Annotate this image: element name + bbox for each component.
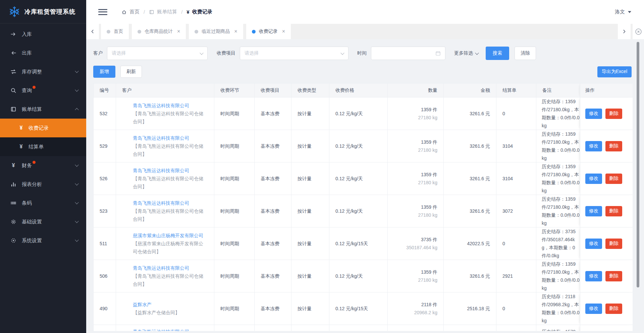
cell-charge-type: 按计量 [291, 130, 329, 162]
customer-link[interactable]: 慈溪市紫来山庄杨梅开发有限公司 [133, 231, 205, 240]
export-excel-button[interactable]: 导出为Excel [597, 66, 632, 77]
tabs-scroll-left-button[interactable] [86, 24, 99, 39]
tab-收费记录[interactable]: 收费记录× [246, 24, 291, 39]
column-header-收费环节: 收费环节 [214, 83, 255, 97]
cell-charge-item: 基本冻费 [255, 227, 291, 260]
cell-charge-type: 按计量 [291, 162, 329, 195]
sidebar-item-库存调整[interactable]: 库存调整 [0, 62, 86, 81]
sidebar-subitem-label: 收费记录 [29, 125, 86, 131]
breadcrumb-separator: / [144, 9, 145, 15]
sidebar-item-财务[interactable]: ¥财务 [0, 156, 86, 175]
hamburger-menu-icon[interactable] [98, 7, 107, 16]
edit-button[interactable]: 修改 [585, 109, 602, 119]
quantity-pieces: 3735 件 [394, 236, 437, 244]
edit-button[interactable]: 修改 [585, 141, 602, 151]
sidebar-item-条码[interactable]: 条码 [0, 194, 86, 212]
sidebar-item-系统设置[interactable]: 系统设置 [0, 231, 86, 250]
customer-box: 青岛飞熊运达科技有限公司【青岛飞熊运达科技有限公司仓储合同】 [133, 166, 205, 191]
customer-link[interactable]: 青岛飞熊运达科技有限公司 [133, 166, 205, 175]
cell-stage [214, 325, 255, 331]
column-header-结算单: 结算单 [496, 83, 536, 97]
more-filters-button[interactable]: 更多筛选 [454, 50, 478, 56]
cell-id: 523 [94, 195, 116, 227]
sidebar-item-label: 财务 [22, 162, 75, 169]
quantity-pieces: 1359 件 [394, 171, 437, 179]
edit-button[interactable]: 修改 [585, 206, 602, 216]
sidebar-item-查询[interactable]: 查询 [0, 81, 86, 100]
quantity-pieces: 1359 件 [394, 138, 437, 146]
delete-button[interactable]: 删除 [605, 304, 622, 314]
content: 客户 请选择 收费项目 请选择 时间 更多筛选 [86, 39, 644, 333]
customer-link[interactable]: 青岛飞熊运达科技有限公司 [133, 328, 205, 331]
customer-link[interactable]: 青岛飞熊运达科技有限公司 [133, 264, 205, 272]
customer-link[interactable]: 青岛飞熊运达科技有限公司 [133, 102, 205, 110]
contract-label: 【青岛飞熊运达科技有限公司仓储合同】 [133, 175, 205, 191]
breadcrumb-billing[interactable]: 账单结算 [149, 9, 177, 15]
charge-records-table-card: 编号客户收费环节收费项目收费类型收费价格数量金额结算单备注操作 532青岛飞熊运… [93, 83, 633, 331]
cell-id: 490 [94, 292, 116, 325]
quantity-pieces: 1359 件 [394, 203, 437, 211]
add-button[interactable]: 新增 [93, 66, 115, 78]
tab-仓库商品统计[interactable]: 仓库商品统计× [132, 24, 186, 39]
customer-box: 青岛飞熊运达科技有限公司【青岛飞熊运达科技有限公司仓储合同】 [133, 199, 205, 223]
cell-charge-item: 基本冻费 [255, 260, 291, 292]
tab-临近过期商品[interactable]: 临近过期商品× [189, 24, 243, 39]
charge-item-select[interactable]: 请选择 [240, 47, 348, 60]
customer-link[interactable]: 青岛飞熊运达科技有限公司 [133, 199, 205, 207]
delete-button[interactable]: 删除 [605, 109, 622, 119]
cell-amount: 3261.6 元 [444, 130, 496, 162]
home-icon [121, 9, 127, 15]
cell-quantity: 1359 件27180 kg [388, 97, 444, 130]
tabs-scroll-right-button[interactable] [618, 24, 631, 39]
sidebar-item-出库[interactable]: 出库 [0, 44, 86, 62]
cell-id: 532 [94, 97, 116, 130]
sidebar-item-入库[interactable]: 入库 [0, 25, 86, 44]
delete-button[interactable]: 删除 [605, 206, 622, 216]
delete-button[interactable]: 删除 [605, 271, 622, 281]
cell-amount: 3261.6 元 [444, 195, 496, 227]
sidebar-item-label: 基础设置 [22, 219, 75, 225]
sidebar-item-报表分析[interactable]: 报表分析 [0, 175, 86, 194]
cell-charge-item: 基本冻费 [255, 292, 291, 325]
breadcrumb-label: 首页 [129, 9, 140, 15]
tab-close-icon[interactable]: × [177, 29, 180, 34]
time-date-input[interactable] [371, 47, 445, 60]
customer-select[interactable]: 请选择 [107, 47, 208, 60]
customer-box: 青岛飞熊运达科技有限公司【青岛飞熊运达科技有限公司仓储合同】 [133, 264, 205, 288]
delete-button[interactable]: 删除 [605, 174, 622, 184]
search-button[interactable]: 搜索 [486, 47, 509, 60]
edit-button[interactable]: 修改 [585, 304, 602, 314]
edit-button[interactable]: 修改 [585, 174, 602, 184]
cell-settlement: 0 [496, 227, 536, 260]
chevron-down-icon [75, 69, 78, 73]
search-icon [10, 87, 17, 93]
customer-link[interactable]: 青岛飞熊运达科技有限公司 [133, 134, 205, 142]
delete-button[interactable]: 删除 [605, 239, 622, 249]
sidebar-subitem-收费记录[interactable]: ¥收费记录 [0, 119, 86, 137]
tab-首页[interactable]: 首页 [101, 24, 129, 39]
charge-item-select-placeholder: 请选择 [245, 50, 259, 56]
customer-link[interactable]: 益辉水产 [133, 301, 205, 309]
close-all-tabs-icon[interactable] [633, 24, 644, 39]
topbar: 首页 / 账单结算 / ¥ 收费记录 洛文 [86, 0, 644, 24]
tab-status-dot [195, 30, 198, 34]
tab-close-icon[interactable]: × [282, 29, 285, 34]
delete-button[interactable]: 删除 [605, 141, 622, 151]
sidebar-item-账单结算[interactable]: 账单结算 [0, 100, 86, 119]
quantity-pieces: 1359 件 [394, 268, 437, 276]
clear-button[interactable]: 清除 [515, 47, 536, 60]
breadcrumb-home[interactable]: 首页 [121, 9, 140, 15]
charge-records-table: 编号客户收费环节收费项目收费类型收费价格数量金额结算单备注操作 532青岛飞熊运… [93, 83, 633, 331]
remark-text: 历史结存：1359件/27180.0kg，本期数量：0.0件/0.0kg [542, 195, 580, 227]
sidebar-subitem-结算单[interactable]: ¥结算单 [0, 137, 86, 156]
vertical-scrollbar[interactable] [637, 42, 639, 287]
user-menu[interactable]: 洛文 [615, 9, 631, 15]
sidebar-item-基础设置[interactable]: 基础设置 [0, 212, 86, 231]
cell-settlement: 0 [496, 292, 536, 325]
edit-button[interactable]: 修改 [585, 239, 602, 249]
edit-button[interactable]: 修改 [585, 271, 602, 281]
tab-close-icon[interactable]: × [234, 29, 237, 34]
refresh-button[interactable]: 刷新 [120, 66, 142, 78]
chevron-down-icon [75, 182, 78, 185]
tab-label: 临近过期商品 [202, 28, 230, 35]
